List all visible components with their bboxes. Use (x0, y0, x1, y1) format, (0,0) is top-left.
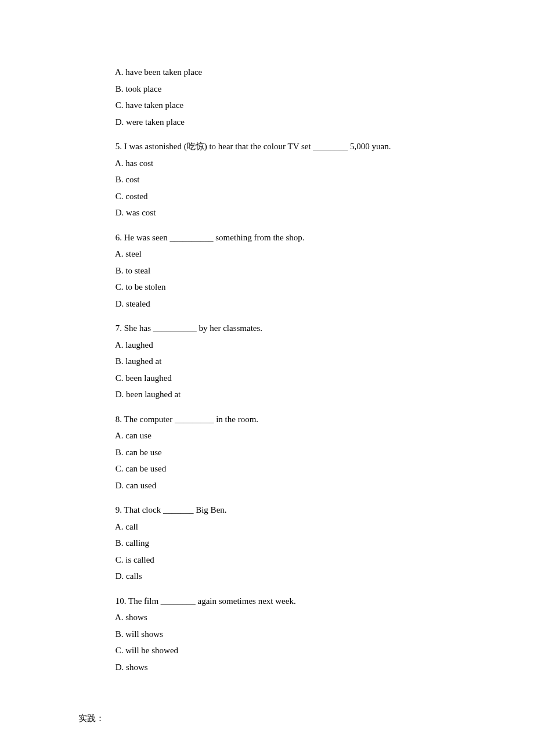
q6-option-a: A. steel (113, 246, 476, 262)
q9-option-a: A. call (113, 519, 476, 535)
q10-option-d: D. shows (113, 659, 476, 676)
q10-option-b: B. will shows (113, 626, 476, 643)
q8-option-a: A. can use (113, 427, 476, 444)
q4-option-b: B. took place (113, 81, 476, 98)
question-8: 8. The computer _________ in the room. A… (113, 411, 476, 494)
q8-option-b: B. can be use (113, 444, 476, 461)
q7-option-c: C. been laughed (113, 370, 476, 387)
q7-option-a: A. laughed (113, 337, 476, 354)
q5-option-a: A. has cost (113, 155, 476, 172)
q10-stem: 10. The film ________ again sometimes ne… (113, 593, 476, 610)
q4-option-d: D. were taken place (113, 114, 476, 131)
q5-option-b: B. cost (113, 171, 476, 188)
q10-option-a: A. shows (113, 609, 476, 626)
question-6: 6. He was seen __________ something from… (113, 229, 476, 312)
section-label-practice: 实践： (78, 710, 476, 727)
q7-option-b: B. laughed at (113, 353, 476, 370)
question-10: 10. The film ________ again sometimes ne… (113, 593, 476, 676)
q4-option-a: A. have been taken place (113, 64, 476, 81)
q8-option-d: D. can used (113, 477, 476, 494)
question-9: 9. That clock _______ Big Ben. A. call B… (113, 502, 476, 585)
q5-stem: 5. I was astonished (吃惊) to hear that th… (113, 138, 476, 155)
q8-option-c: C. can be used (113, 460, 476, 477)
question-5: 5. I was astonished (吃惊) to hear that th… (113, 138, 476, 221)
q9-stem: 9. That clock _______ Big Ben. (113, 502, 476, 519)
q9-option-b: B. calling (113, 535, 476, 552)
q5-option-d: D. was cost (113, 204, 476, 221)
q9-option-d: D. calls (113, 568, 476, 585)
q8-stem: 8. The computer _________ in the room. (113, 411, 476, 428)
page-content: A. have been taken place B. took place C… (0, 0, 534, 756)
q10-option-c: C. will be showed (113, 642, 476, 659)
q6-option-b: B. to steal (113, 262, 476, 279)
q4-option-c: C. have taken place (113, 97, 476, 114)
q6-option-d: D. stealed (113, 296, 476, 312)
q7-stem: 7. She has __________ by her classmates. (113, 320, 476, 337)
q5-option-c: C. costed (113, 188, 476, 205)
q6-option-c: C. to be stolen (113, 279, 476, 296)
q6-stem: 6. He was seen __________ something from… (113, 229, 476, 246)
question-7: 7. She has __________ by her classmates.… (113, 320, 476, 403)
q7-option-d: D. been laughed at (113, 386, 476, 403)
question-4-options: A. have been taken place B. took place C… (113, 64, 476, 130)
q9-option-c: C. is called (113, 552, 476, 568)
